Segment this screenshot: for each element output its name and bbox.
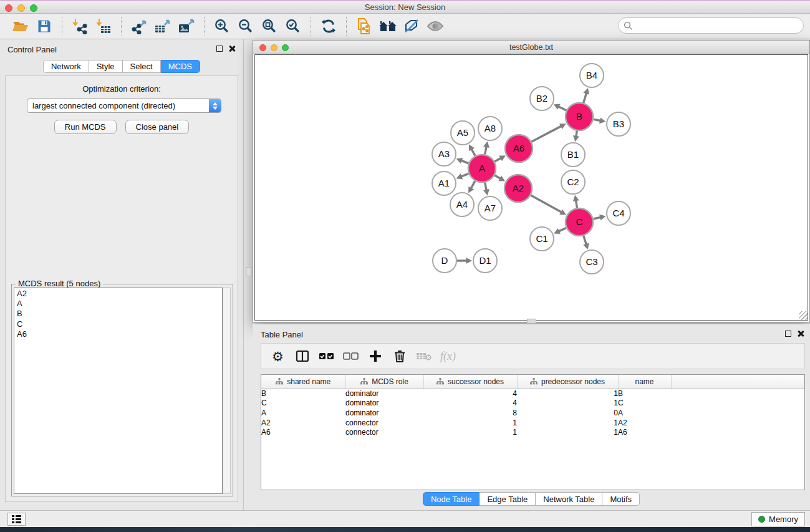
result-list-item[interactable]: A2: [14, 289, 222, 299]
edge-arrowhead: [583, 88, 589, 95]
export-image-button[interactable]: [175, 16, 198, 37]
mcds-result-list[interactable]: A2ABCA6: [14, 288, 223, 494]
toggle-labels-button[interactable]: [400, 16, 423, 37]
table-settings-button[interactable]: ⚙: [266, 346, 289, 367]
column-header-predecessor-nodes[interactable]: predecessor nodes: [517, 375, 618, 389]
memory-button[interactable]: Memory: [751, 512, 805, 526]
close-panel-button[interactable]: Close panel: [125, 120, 190, 134]
table-row[interactable]: Adominator80A: [261, 408, 804, 418]
search-input[interactable]: [618, 17, 804, 34]
run-mcds-button[interactable]: Run MCDS: [54, 120, 117, 134]
tab-network[interactable]: Network: [43, 60, 89, 73]
column-header-MCDS-role[interactable]: MCDS role: [345, 375, 423, 389]
result-list-item[interactable]: A: [14, 299, 222, 309]
table-row[interactable]: Bdominator41B: [261, 389, 804, 399]
column-header-successor-nodes[interactable]: successor nodes: [423, 375, 517, 389]
add-column-button[interactable]: [364, 346, 387, 367]
close-panel-icon[interactable]: [228, 45, 235, 52]
graph-edge[interactable]: [494, 175, 500, 178]
toggle-graphics-details-button[interactable]: [423, 16, 447, 37]
node-label-D1: D1: [479, 255, 491, 266]
node-table[interactable]: shared nameMCDS rolesuccessor nodesprede…: [261, 374, 805, 490]
task-history-button[interactable]: [7, 513, 26, 526]
tab-select[interactable]: Select: [123, 60, 161, 73]
graph-edge[interactable]: [584, 236, 586, 244]
result-list-scrollbar[interactable]: [223, 288, 231, 494]
float-panel-icon[interactable]: [216, 46, 223, 52]
clone-network-button[interactable]: [352, 16, 376, 37]
graph-edge[interactable]: [584, 93, 587, 103]
zoom-selected-button[interactable]: [281, 16, 305, 37]
table-tab-network-table[interactable]: Network Table: [536, 492, 602, 506]
desktop-vertical-scrollbar[interactable]: [246, 267, 251, 276]
select-stepper-icon: [209, 99, 221, 112]
maximize-window-button[interactable]: [30, 4, 37, 12]
float-table-panel-icon[interactable]: [785, 331, 791, 337]
save-session-button[interactable]: [32, 16, 56, 37]
result-list-item[interactable]: C: [14, 319, 222, 329]
graph-edge[interactable]: [559, 228, 566, 231]
toolbar-separator: [346, 17, 347, 36]
graph-edge[interactable]: [593, 217, 600, 219]
table-tab-node-table[interactable]: Node Table: [423, 492, 480, 506]
close-window-button[interactable]: [5, 4, 12, 12]
column-header-shared-name[interactable]: shared name: [261, 375, 345, 389]
select-all-button[interactable]: [315, 346, 338, 367]
refresh-layout-icon: [321, 18, 337, 34]
edge-arrowhead: [599, 117, 605, 123]
deselect-all-button[interactable]: [339, 346, 362, 367]
graph-edge[interactable]: [531, 126, 561, 142]
graph-edge[interactable]: [471, 181, 475, 188]
graph-edge[interactable]: [576, 131, 577, 137]
zoom-out-button[interactable]: [234, 16, 258, 37]
graph-edge[interactable]: [531, 195, 561, 212]
table-row[interactable]: A6connector11A6: [261, 427, 804, 437]
zoom-fit-button[interactable]: [258, 16, 281, 37]
node-label-B: B: [576, 111, 582, 122]
close-network-button[interactable]: [259, 44, 266, 51]
window-resize-grip[interactable]: [799, 311, 808, 320]
graph-edge[interactable]: [461, 173, 468, 177]
mcds-result-title: MCDS result (5 nodes): [16, 279, 103, 288]
graph-edge[interactable]: [576, 200, 577, 208]
result-list-item[interactable]: B: [14, 309, 222, 319]
fx-icon: f(x): [440, 350, 456, 363]
table-tab-edge-table[interactable]: Edge Table: [480, 492, 536, 506]
graph-edge[interactable]: [494, 158, 501, 162]
network-window-titlebar[interactable]: testGlobe.txt: [253, 41, 809, 54]
graph-edge[interactable]: [461, 160, 469, 163]
import-table-button[interactable]: [92, 16, 115, 37]
table-row[interactable]: A2connector11A2: [261, 418, 804, 428]
zoom-in-button[interactable]: [210, 16, 234, 37]
graph-edge[interactable]: [594, 119, 600, 120]
export-network-button[interactable]: [127, 16, 151, 37]
first-neighbors-button[interactable]: [376, 16, 400, 37]
window-controls[interactable]: [5, 4, 37, 12]
network-graph[interactable]: AA1A2A3A4A5A6A7A8BB1B2B3B4CC1C2C3C4DD1: [255, 55, 808, 321]
export-table-button[interactable]: [151, 16, 175, 37]
network-window-title: testGlobe.txt: [509, 43, 553, 52]
import-network-button[interactable]: [68, 16, 92, 37]
result-list-item[interactable]: A6: [14, 329, 222, 339]
tab-mcds[interactable]: MCDS: [161, 60, 200, 73]
graph-edge[interactable]: [471, 149, 475, 156]
desktop-horizontal-scrollbar[interactable]: [527, 319, 536, 324]
minimize-window-button[interactable]: [17, 4, 25, 12]
criterion-select[interactable]: largest connected component (directed): [27, 99, 221, 113]
tab-style[interactable]: Style: [89, 60, 123, 73]
table-row[interactable]: Cdominator41C: [261, 399, 804, 409]
network-window-controls[interactable]: [259, 44, 289, 51]
close-table-panel-icon[interactable]: [797, 330, 804, 337]
minimize-network-button[interactable]: [271, 44, 277, 51]
column-header-name[interactable]: name: [618, 375, 671, 389]
delete-columns-button[interactable]: [388, 346, 411, 367]
graph-edge[interactable]: [559, 107, 567, 110]
maximize-network-button[interactable]: [282, 44, 289, 51]
open-session-button[interactable]: [9, 16, 32, 37]
graph-edge[interactable]: [485, 147, 487, 155]
graph-edge[interactable]: [485, 183, 487, 191]
network-canvas[interactable]: AA1A2A3A4A5A6A7A8BB1B2B3B4CC1C2C3C4DD1: [254, 54, 808, 321]
toggle-column-view-button[interactable]: [291, 346, 314, 367]
table-tab-motifs[interactable]: Motifs: [602, 492, 640, 506]
apply-layout-button[interactable]: [317, 16, 340, 37]
